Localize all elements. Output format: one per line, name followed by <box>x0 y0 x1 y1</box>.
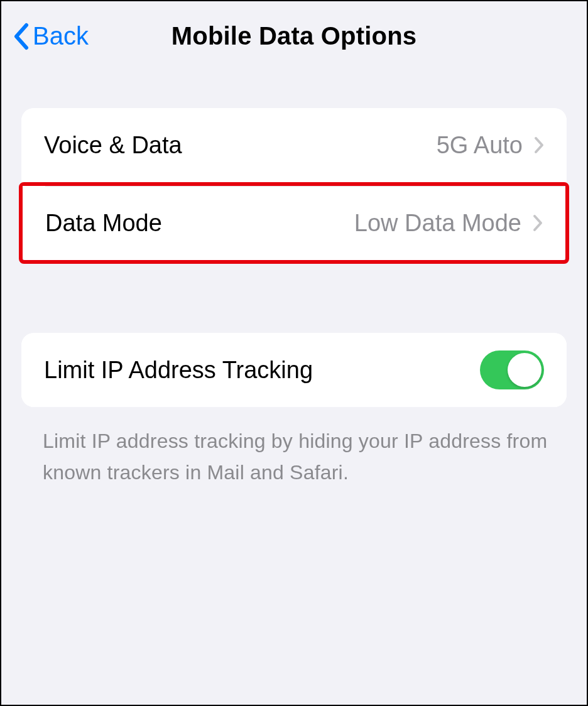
voice-and-data-row[interactable]: Voice & Data 5G Auto <box>21 108 567 182</box>
data-mode-label: Data Mode <box>45 210 354 237</box>
limit-ip-tracking-row[interactable]: Limit IP Address Tracking <box>21 333 567 407</box>
settings-group-1: Voice & Data 5G Auto Data Mode Low Data … <box>21 108 567 264</box>
chevron-right-icon <box>533 214 543 232</box>
back-button[interactable]: Back <box>13 22 89 50</box>
limit-ip-tracking-footer: Limit IP address tracking by hiding your… <box>43 426 549 488</box>
data-mode-row[interactable]: Data Mode Low Data Mode <box>23 186 565 260</box>
limit-ip-tracking-toggle[interactable] <box>480 350 544 389</box>
page-title: Mobile Data Options <box>172 22 416 50</box>
data-mode-highlight: Data Mode Low Data Mode <box>19 182 569 264</box>
chevron-right-icon <box>534 136 544 154</box>
navbar: Back Mobile Data Options <box>1 1 587 70</box>
data-mode-value: Low Data Mode <box>354 210 521 237</box>
back-label: Back <box>33 22 89 50</box>
voice-and-data-label: Voice & Data <box>44 132 437 159</box>
settings-group-2: Limit IP Address Tracking <box>21 333 567 407</box>
voice-and-data-value: 5G Auto <box>437 132 523 159</box>
toggle-knob <box>508 353 542 387</box>
chevron-left-icon <box>13 23 29 50</box>
limit-ip-tracking-label: Limit IP Address Tracking <box>44 357 480 384</box>
